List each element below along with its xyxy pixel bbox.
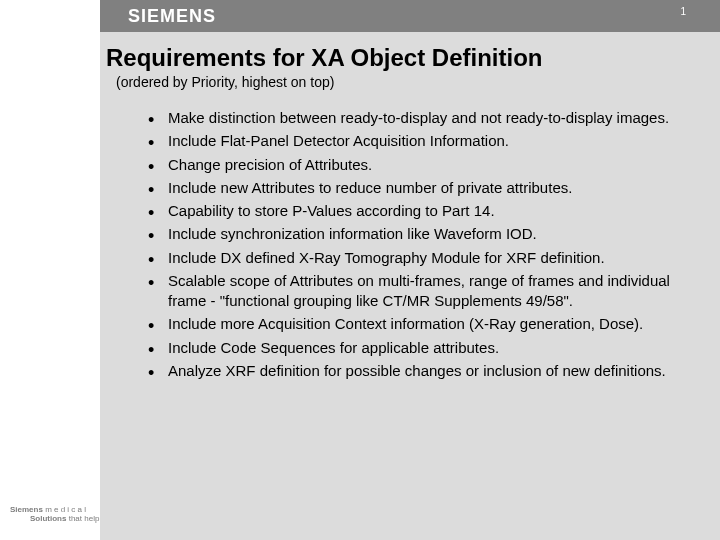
bullet-item: Include Code Sequences for applicable at… [154,338,680,358]
footer-line-2: Solutions that help [10,514,99,524]
slide-title: Requirements for XA Object Definition [106,44,680,72]
bullet-item: Include more Acquisition Context informa… [154,314,680,334]
footer-solutions: Solutions [30,514,66,523]
footer-text: m e d i c a l [43,505,86,514]
slide: SIEMENS 1 Requirements for XA Object Def… [0,0,720,540]
bullet-item: Change precision of Attributes. [154,155,680,175]
bullet-item: Include Flat-Panel Detector Acquisition … [154,131,680,151]
header-gray-bar: SIEMENS 1 [100,0,720,32]
brand-logo: SIEMENS [128,6,216,27]
bullet-item: Include new Attributes to reduce number … [154,178,680,198]
footer-text: that help [66,514,99,523]
content-area: Requirements for XA Object Definition (o… [100,32,700,540]
bullet-item: Scalable scope of Attributes on multi-fr… [154,271,680,312]
footer-brand: Siemens [10,505,43,514]
bullet-item: Make distinction between ready-to-displa… [154,108,680,128]
bullet-item: Include DX defined X-Ray Tomography Modu… [154,248,680,268]
header-bar: SIEMENS 1 [0,0,720,32]
bullet-item: Analyze XRF definition for possible chan… [154,361,680,381]
footer: Siemens m e d i c a l Solutions that hel… [10,505,99,524]
header-left-spacer [0,0,100,32]
footer-line-1: Siemens m e d i c a l [10,505,99,515]
bullet-item: Capability to store P-Values according t… [154,201,680,221]
bullet-item: Include synchronization information like… [154,224,680,244]
page-number: 1 [680,6,686,17]
bullet-list: Make distinction between ready-to-displa… [106,108,680,381]
left-column [0,32,100,540]
slide-subtitle: (ordered by Priority, highest on top) [116,74,680,90]
